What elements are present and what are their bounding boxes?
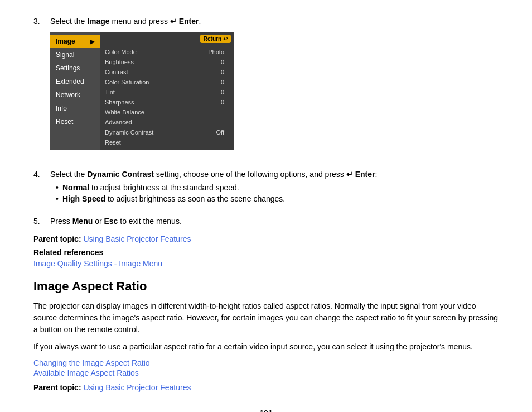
menu-item-signal: Signal bbox=[50, 48, 100, 61]
return-button: Return bbox=[200, 35, 231, 43]
bullet-normal-bold: Normal bbox=[62, 183, 89, 192]
menu-item-info: Info bbox=[50, 102, 100, 115]
menu-row-advanced: Advanced bbox=[100, 117, 234, 127]
menu-item-network: Network bbox=[50, 88, 100, 102]
parent-topic-1-label: Parent topic: bbox=[33, 234, 81, 243]
related-refs-link[interactable]: Image Quality Settings - Image Menu bbox=[33, 259, 162, 268]
section-link-available[interactable]: Available Image Aspect Ratios bbox=[33, 368, 499, 377]
section-para2: If you always want to use a particular a… bbox=[33, 341, 499, 353]
step-4-text: Select the Dynamic Contrast setting, cho… bbox=[50, 170, 499, 179]
menu-row-reset: Reset bbox=[100, 137, 234, 147]
bullet-normal-text: to adjust brightness at the standard spe… bbox=[89, 183, 239, 192]
menu-row-whitebalance: White Balance bbox=[100, 107, 234, 117]
menu-right-panel: Return Color Mode Photo Brightness 0 Con… bbox=[100, 32, 234, 150]
section-heading: Image Aspect Ratio bbox=[33, 279, 499, 294]
step-3-content: Select the Image menu and press ↵ Enter.… bbox=[50, 17, 499, 161]
step-3: 3. Select the Image menu and press ↵ Ent… bbox=[33, 17, 499, 161]
step-5-content: Press Menu or Esc to exit the menus. bbox=[50, 217, 499, 226]
menu-row-colormode: Color Mode Photo bbox=[100, 47, 234, 57]
related-references: Related references Image Quality Setting… bbox=[33, 248, 499, 268]
step-4-enter: ↵ Enter bbox=[346, 170, 375, 179]
menu-row-colorsaturation: Color Saturation 0 bbox=[100, 77, 234, 87]
menu-item-image: Image bbox=[50, 35, 100, 48]
step-4-content: Select the Dynamic Contrast setting, cho… bbox=[50, 170, 499, 208]
step-4-bold: Dynamic Contrast bbox=[87, 170, 154, 179]
menu-row-tint: Tint 0 bbox=[100, 87, 234, 97]
section-link-changing[interactable]: Changing the Image Aspect Ratio bbox=[33, 358, 499, 367]
step-5-number: 5. bbox=[33, 217, 50, 226]
step-3-number: 3. bbox=[33, 17, 50, 161]
parent-topic-2-link[interactable]: Using Basic Projector Features bbox=[83, 383, 191, 392]
menu-row-contrast: Contrast 0 bbox=[100, 67, 234, 77]
section-links: Changing the Image Aspect Ratio Availabl… bbox=[33, 358, 499, 377]
related-refs-heading: Related references bbox=[33, 248, 499, 257]
menu-item-settings: Settings bbox=[50, 61, 100, 75]
parent-topic-1: Parent topic: Using Basic Projector Feat… bbox=[33, 234, 499, 243]
parent-topic-2: Parent topic: Using Basic Projector Feat… bbox=[33, 383, 499, 392]
bullet-highspeed-text: to adjust brightness as soon as the scen… bbox=[105, 194, 285, 203]
menu-row-sharpness: Sharpness 0 bbox=[100, 97, 234, 107]
step-5: 5. Press Menu or Esc to exit the menus. bbox=[33, 217, 499, 226]
menu-item-reset: Reset bbox=[50, 115, 100, 128]
step-5-menu: Menu bbox=[72, 217, 93, 226]
section-para1: The projector can display images in diff… bbox=[33, 300, 499, 336]
projector-menu-screenshot: Image Signal Settings Extended Network I… bbox=[50, 32, 234, 150]
menu-sidebar: Image Signal Settings Extended Network I… bbox=[50, 32, 100, 150]
step-4: 4. Select the Dynamic Contrast setting, … bbox=[33, 170, 499, 208]
menu-item-extended: Extended bbox=[50, 75, 100, 88]
step-5-text: Press Menu or Esc to exit the menus. bbox=[50, 217, 499, 226]
page-number: 101 bbox=[33, 409, 499, 412]
menu-row-brightness: Brightness 0 bbox=[100, 57, 234, 67]
bullet-highspeed: High Speed to adjust brightness as soon … bbox=[56, 193, 499, 204]
step-4-bullet-list: Normal to adjust brightness at the stand… bbox=[56, 182, 499, 204]
bullet-normal: Normal to adjust brightness at the stand… bbox=[56, 182, 499, 193]
parent-topic-1-link[interactable]: Using Basic Projector Features bbox=[83, 234, 191, 243]
bullet-highspeed-bold: High Speed bbox=[62, 194, 105, 203]
step-5-esc: Esc bbox=[104, 217, 118, 226]
step-3-text: Select the Image menu and press ↵ Enter. bbox=[50, 17, 499, 26]
step-3-enter: ↵ Enter bbox=[170, 17, 199, 26]
menu-row-dynamiccontrast: Dynamic Contrast Off bbox=[100, 127, 234, 137]
step-3-bold: Image bbox=[87, 17, 109, 26]
parent-topic-2-label: Parent topic: bbox=[33, 383, 81, 392]
step-4-number: 4. bbox=[33, 170, 50, 208]
